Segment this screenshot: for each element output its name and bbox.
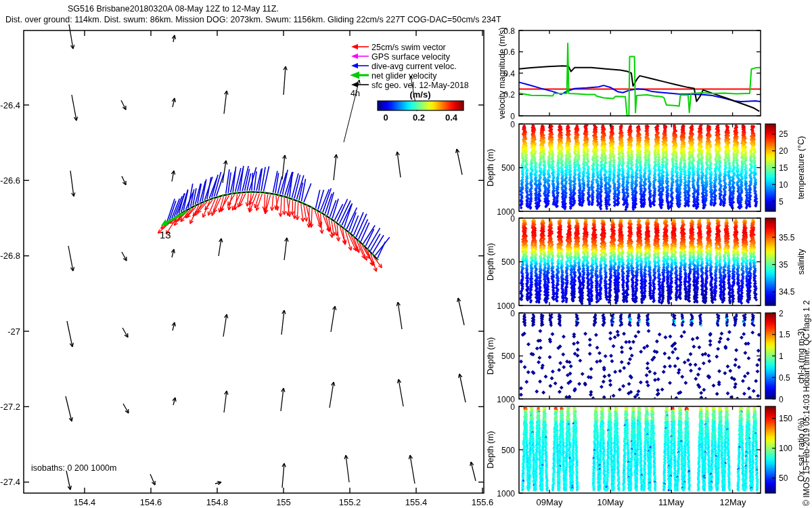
colorbar-tick-label: 5: [779, 197, 784, 207]
map-panel: SG516 Brisbane20180320A 08-May 12Z to 12…: [0, 4, 501, 507]
map-colorbar-title: (m/s): [409, 89, 430, 100]
imos-watermark: © IMOS 15-Feb-2019 05:14:03 Hobart time.…: [802, 300, 811, 506]
temperature-depth-label: Depth (m): [486, 149, 495, 187]
legend-label-swim: 25cm/s swim vector: [371, 43, 446, 52]
colorbar-tick-label: 2: [779, 309, 784, 318]
figure: SG516 Brisbane20180320A 08-May 12Z to 12…: [0, 0, 812, 508]
depth-ytick-label: 500: [501, 352, 515, 361]
depth-ytick-label: 1000: [497, 489, 515, 499]
velocity-series: [519, 43, 761, 116]
velocity-panel: velocity magnitude (m/s): [497, 27, 761, 119]
depth-ytick-label: 500: [501, 163, 515, 173]
velocity-axes-border: [519, 30, 761, 116]
isobaths-label: isobaths: 0 200 1000m: [31, 463, 116, 473]
oxygen-depth-label: Depth (m): [486, 431, 495, 469]
legend-label-net-glider: net glider velocity: [371, 71, 437, 81]
colorbar-tick-label: 1: [779, 352, 784, 361]
date-label-12may: 12May: [719, 497, 746, 507]
map-colorbar-tick-2: 0.4: [445, 112, 458, 123]
date-label-11may: 11May: [658, 497, 685, 507]
map-ytick-label: -27.2: [0, 402, 20, 412]
colorbar-tick-label: 1.5: [779, 330, 790, 339]
colorbar-tick-label: 35.5: [779, 233, 795, 242]
legend-label-sfc-geo: sfc geo. vel. 12-May-2018: [371, 81, 469, 90]
colorbar-tick-label: 15: [779, 163, 788, 173]
velocity-line-series: [519, 43, 761, 116]
figure-title: SG516 Brisbane20180320A 08-May 12Z to 12…: [68, 4, 279, 14]
map-xtick-label: 154.6: [140, 497, 162, 507]
colorbar-tick-label: 150: [779, 414, 792, 423]
chl-axes-border: [519, 313, 761, 399]
depth-ytick-label: 0: [510, 214, 515, 224]
salinity-colorbar: [765, 218, 775, 305]
oxygen-colorbar: [765, 406, 775, 493]
map-ytick-label: -26.4: [0, 100, 20, 110]
oxygen-axes-border: [519, 406, 761, 493]
colorbar-tick-label: 100: [779, 444, 792, 453]
date-label-10may: 10May: [597, 497, 624, 507]
map-xtick-label: 154.4: [74, 497, 96, 507]
colorbar-tick-label: 0: [779, 395, 784, 404]
right-panels-ticks: 00.20.40.60.8050010000500100005001000050…: [497, 26, 794, 499]
figure-subtitle: Dist. over ground: 114km. Dist. swum: 86…: [5, 15, 501, 24]
oxygen-panel: Depth (m) Ox. sat. ratio (%) 09May 10May…: [486, 406, 806, 507]
velocity-ytick-label: 0.2: [503, 90, 515, 100]
velocity-line-series: [519, 82, 761, 102]
depth-ytick-label: 0: [510, 309, 515, 318]
chl-depth-label: Depth (m): [486, 337, 495, 375]
map-xtick-label: 154.8: [206, 497, 229, 507]
map-colorbar-tick-1: 0.2: [413, 112, 425, 123]
velocity-ytick-label: 0.8: [503, 26, 515, 36]
salinity-depth-label: Depth (m): [486, 243, 495, 281]
colorbar-tick-label: 50: [779, 473, 788, 483]
map-ytick-label: -26.6: [0, 175, 20, 186]
legend-label-dive-avg: dive-avg current veloc.: [371, 62, 457, 71]
map-ytick-label: -26.8: [0, 251, 20, 261]
velocity-ytick-label: 0.6: [503, 47, 515, 57]
colorbar-tick-label: 20: [779, 146, 788, 156]
colorbar-tick-label: 0.5: [779, 373, 790, 383]
dive-number-label: 13: [160, 229, 171, 240]
colorbar-tick-label: 34.5: [779, 287, 795, 297]
temperature-axes-border: [519, 124, 761, 211]
colorbar-tick-label: 35: [779, 260, 788, 270]
depth-ytick-label: 0: [510, 120, 515, 129]
velocity-ytick-label: 0.4: [503, 69, 515, 79]
temperature-colorbar-title: temperature (°C): [796, 136, 806, 199]
legend-label-gps: GPS surface velocity: [371, 52, 451, 62]
date-label-09may: 09May: [536, 497, 563, 507]
depth-ytick-label: 500: [501, 446, 515, 455]
map-ytick-label: -27.4: [0, 477, 20, 487]
map-xtick-label: 155.2: [339, 497, 361, 507]
depth-ytick-label: 500: [501, 257, 515, 267]
map-xtick-label: 155.6: [472, 497, 494, 507]
map-colorbar-tick-0: 0: [383, 112, 388, 123]
depth-ytick-label: 0: [510, 402, 515, 412]
map-colorbar: (m/s) 0 0.2 0.4: [378, 89, 464, 123]
map-xtick-label: 155.4: [405, 497, 428, 507]
map-xtick-label: 155: [276, 497, 291, 507]
map-colorbar-gradient: [378, 101, 464, 110]
time-scale-label: 4h: [351, 89, 360, 98]
salinity-colorbar-title: salinity: [796, 249, 806, 275]
colorbar-tick-label: 10: [779, 180, 788, 190]
colorbar-tick-label: 25: [779, 129, 788, 139]
map-ytick-label: -27: [7, 326, 20, 337]
salinity-axes-border: [519, 218, 761, 305]
